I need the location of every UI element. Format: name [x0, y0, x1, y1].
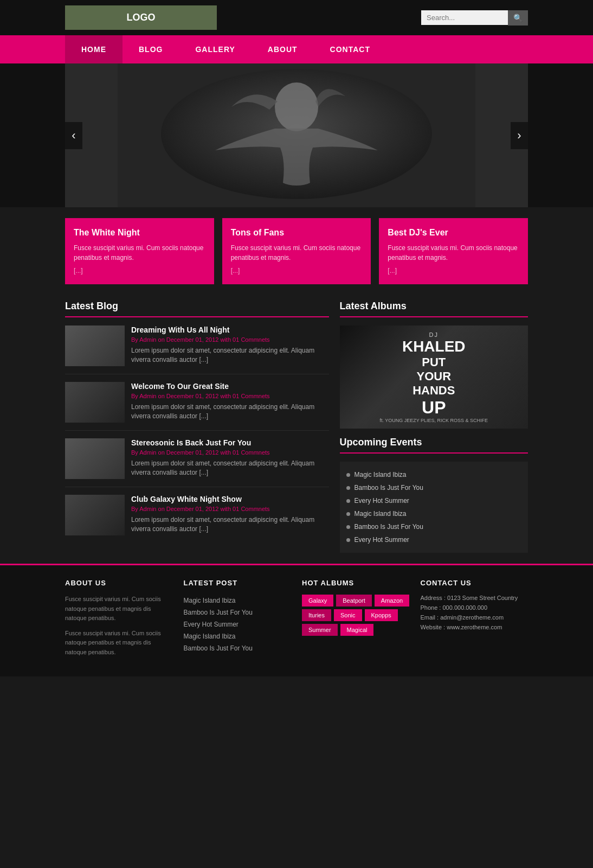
- event-item-5[interactable]: Every Hot Summer: [346, 533, 522, 546]
- footer-latest-post: LATEST POST Magic Island Ibiza Bamboo Is…: [184, 579, 292, 663]
- events-section-title: Upcoming Events: [340, 437, 528, 454]
- events-box: Magic Island Ibiza Bamboo Is Just For Yo…: [340, 462, 528, 553]
- album-tag-5[interactable]: Kpopps: [365, 609, 398, 621]
- album-small-text: ft. YOUNG JEEZY PLIES, RICK ROSS & SCHIF…: [379, 418, 488, 423]
- search-button[interactable]: 🔍: [508, 10, 528, 25]
- album-name-label: KHALED: [379, 338, 488, 355]
- footer-post-link-2[interactable]: Every Hot Summer: [184, 618, 292, 630]
- nav-item-about[interactable]: ABOUT: [252, 35, 314, 63]
- feature-text-1: Fusce suscipit varius mi. Cum sociis nat…: [231, 243, 363, 263]
- album-tag-6[interactable]: Summer: [302, 624, 338, 636]
- footer-phone-label: Phone :: [421, 604, 441, 611]
- blog-title-2[interactable]: Stereosonic Is Back Just For You: [131, 438, 329, 447]
- blog-post-3: Club Galaxy White Night Show By Admin on…: [65, 495, 329, 543]
- feature-section: The White Night Fusce suscipit varius mi…: [0, 207, 593, 295]
- album-tag-3[interactable]: Ituries: [302, 609, 331, 621]
- slider-section: ‹: [0, 63, 593, 207]
- blog-thumb-0: [65, 326, 125, 366]
- blog-section: Latest Blog Dreaming With Us All Night B…: [65, 301, 329, 553]
- blog-title-0[interactable]: Dreaming With Us All Night: [131, 326, 329, 334]
- header-top: LOGO 🔍: [0, 0, 593, 35]
- event-label-2: Every Hot Summer: [354, 497, 409, 505]
- feature-box-2: Best DJ's Ever Fusce suscipit varius mi.…: [379, 218, 528, 284]
- footer-post-link-3[interactable]: Magic Island Ibiza: [184, 630, 292, 642]
- footer-post-link-0[interactable]: Magic Island Ibiza: [184, 595, 292, 607]
- logo-text: LOGO: [127, 12, 156, 23]
- event-dot-0: [346, 473, 350, 477]
- slider-prev-button[interactable]: ‹: [65, 122, 82, 149]
- blog-meta-3: By Admin on December 01, 2012 with 01 Co…: [131, 506, 329, 512]
- footer-email: Email : admin@zerotheme.com: [421, 614, 528, 621]
- album-line4: UP: [379, 398, 488, 418]
- blog-post-1: Welcome To Our Great Site By Admin on De…: [65, 382, 329, 431]
- footer-address: Address : 0123 Some Street Country: [421, 595, 528, 601]
- album-line2: YOUR: [379, 369, 488, 384]
- footer-website-label: Website :: [421, 624, 446, 630]
- feature-text-0: Fusce suscipit varius mi. Cum sociis nat…: [74, 243, 205, 263]
- blog-meta-0: By Admin on December 01, 2012 with 01 Co…: [131, 336, 329, 343]
- event-item-4[interactable]: Bamboo Is Just For You: [346, 520, 522, 533]
- footer-hot-albums: HOT ALBUMS Galaxy Beatport Amazon Iturie…: [302, 579, 410, 663]
- album-tag-2[interactable]: Amazon: [375, 595, 409, 607]
- feature-title-2: Best DJ's Ever: [388, 228, 519, 238]
- sidebar-section: Latest Albums DJ KHALED PUT YOUR HANDS U…: [340, 301, 528, 553]
- svg-point-2: [275, 82, 318, 131]
- feature-more-1[interactable]: [...]: [231, 267, 363, 275]
- footer-phone: Phone : 000.000.000.000: [421, 604, 528, 611]
- nav-item-home[interactable]: HOME: [65, 35, 123, 63]
- blog-content-1: Welcome To Our Great Site By Admin on De…: [131, 382, 329, 423]
- footer-email-value: admin@zerotheme.com: [440, 614, 504, 621]
- nav-item-contact[interactable]: CONTACT: [314, 35, 386, 63]
- event-dot-1: [346, 486, 350, 490]
- event-item-1[interactable]: Bamboo Is Just For You: [346, 481, 522, 494]
- footer-post-link-1[interactable]: Bamboo Is Just For You: [184, 607, 292, 618]
- footer-latest-post-title: LATEST POST: [184, 579, 292, 587]
- album-line1: PUT: [379, 355, 488, 369]
- footer-address-label: Address :: [421, 595, 446, 601]
- album-tag-0[interactable]: Galaxy: [302, 595, 333, 607]
- nav-item-blog[interactable]: BLOG: [123, 35, 179, 63]
- blog-excerpt-3: Lorem ipsum dolor sit amet, consectetur …: [131, 515, 329, 534]
- event-dot-2: [346, 499, 350, 503]
- event-label-0: Magic Island Ibiza: [354, 471, 407, 478]
- slider-image: [65, 63, 528, 207]
- event-dot-4: [346, 525, 350, 529]
- feature-text-2: Fusce suscipit varius mi. Cum sociis nat…: [388, 243, 519, 263]
- event-item-0[interactable]: Magic Island Ibiza: [346, 468, 522, 481]
- footer-about-text2: Fusce suscipit varius mi. Cum sociis nat…: [65, 629, 173, 658]
- footer-website-value: www.zerotheme.com: [447, 624, 502, 630]
- dancer-silhouette: [118, 63, 475, 207]
- blog-title-1[interactable]: Welcome To Our Great Site: [131, 382, 329, 391]
- blog-meta-1: By Admin on December 01, 2012 with 01 Co…: [131, 393, 329, 399]
- album-text: DJ KHALED PUT YOUR HANDS UP ft. YOUNG JE…: [379, 331, 488, 423]
- footer-phone-value: 000.000.000.000: [442, 604, 487, 611]
- event-label-3: Magic Island Ibiza: [354, 510, 407, 518]
- event-item-2[interactable]: Every Hot Summer: [346, 494, 522, 507]
- event-item-3[interactable]: Magic Island Ibiza: [346, 507, 522, 520]
- hot-albums-grid: Galaxy Beatport Amazon Ituries Sonic Kpo…: [302, 595, 410, 636]
- blog-thumb-3: [65, 495, 125, 535]
- feature-box-0: The White Night Fusce suscipit varius mi…: [65, 218, 214, 284]
- blog-content-0: Dreaming With Us All Night By Admin on D…: [131, 326, 329, 366]
- blog-title-3[interactable]: Club Galaxy White Night Show: [131, 495, 329, 503]
- search-input[interactable]: [421, 10, 508, 25]
- album-tag-1[interactable]: Beatport: [336, 595, 372, 607]
- footer-hot-albums-title: HOT ALBUMS: [302, 579, 410, 587]
- footer-post-link-4[interactable]: Bamboo Is Just For You: [184, 642, 292, 654]
- blog-post-2: Stereosonic Is Back Just For You By Admi…: [65, 438, 329, 487]
- blog-meta-2: By Admin on December 01, 2012 with 01 Co…: [131, 449, 329, 456]
- album-cover: DJ KHALED PUT YOUR HANDS UP ft. YOUNG JE…: [340, 326, 528, 429]
- album-dj-label: DJ: [379, 331, 488, 338]
- album-tag-7[interactable]: Magical: [340, 624, 374, 636]
- blog-section-title: Latest Blog: [65, 301, 329, 317]
- album-line3: HANDS: [379, 384, 488, 398]
- blog-thumb-2: [65, 438, 125, 479]
- slider-next-button[interactable]: ›: [511, 122, 528, 149]
- album-tag-4[interactable]: Sonic: [334, 609, 362, 621]
- event-label-4: Bamboo Is Just For You: [354, 523, 423, 531]
- nav-item-gallery[interactable]: GALLERY: [179, 35, 251, 63]
- feature-more-2[interactable]: [...]: [388, 267, 519, 275]
- feature-more-0[interactable]: [...]: [74, 267, 205, 275]
- footer-email-label: Email :: [421, 614, 439, 621]
- footer-contact: CONTACT US Address : 0123 Some Street Co…: [421, 579, 528, 663]
